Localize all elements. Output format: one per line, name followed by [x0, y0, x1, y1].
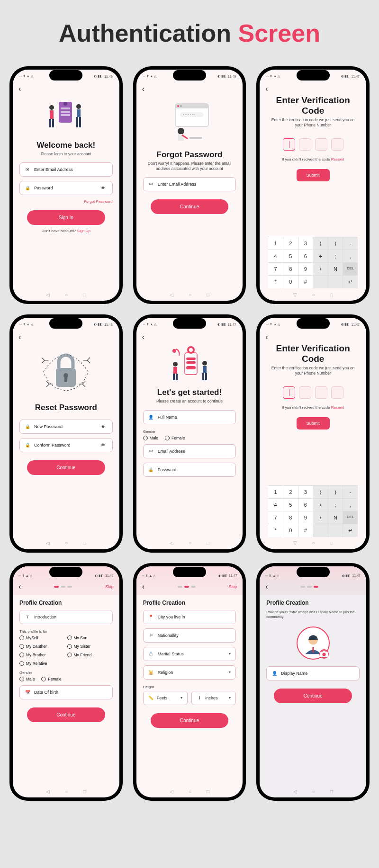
radio-female[interactable]: Female [165, 436, 185, 440]
skip-link[interactable]: Skip [105, 584, 114, 589]
key-semi[interactable]: ; [328, 499, 343, 511]
continue-button[interactable]: Continue [151, 713, 229, 728]
key-0[interactable]: 0 [283, 276, 298, 288]
key-dash[interactable]: - [343, 237, 358, 250]
otp-2[interactable] [299, 138, 311, 151]
email-field[interactable]: ✉Enter Email Address [19, 162, 113, 177]
back-icon[interactable]: ‹ [18, 582, 21, 591]
key-slash[interactable]: / [313, 511, 328, 524]
key-del[interactable]: DEL [343, 511, 358, 524]
key-1[interactable]: 1 [268, 237, 283, 250]
city-field[interactable]: 📍City you live in [143, 610, 236, 624]
eye-icon[interactable]: 👁 [101, 424, 108, 429]
otp-3[interactable] [315, 138, 327, 151]
key-star[interactable]: * [268, 524, 283, 537]
eye-icon[interactable]: 👁 [101, 186, 108, 190]
continue-button[interactable]: Continue [151, 199, 229, 214]
email-field[interactable]: ✉Email Address [143, 444, 236, 458]
key-star[interactable]: * [268, 276, 283, 288]
key-plus[interactable]: + [313, 250, 328, 262]
key-7[interactable]: 7 [268, 263, 283, 275]
key-5[interactable]: 5 [283, 250, 298, 262]
feet-select[interactable]: 📏Feets▾ [143, 691, 188, 705]
key-hash[interactable]: # [298, 276, 314, 288]
radio-friend[interactable]: My Friend [67, 653, 108, 657]
radio-sister[interactable]: My Sister [67, 644, 108, 649]
radio-myself[interactable]: MySelf [19, 635, 61, 640]
key-7[interactable]: 7 [268, 511, 283, 524]
key-9[interactable]: 9 [298, 263, 314, 275]
continue-button[interactable]: Continue [27, 707, 105, 722]
new-password-field[interactable]: 🔒New Password👁 [19, 420, 113, 434]
marital-select[interactable]: 💍Marital Status▾ [143, 647, 236, 661]
otp-1[interactable] [283, 386, 295, 399]
religion-select[interactable]: 🕌Religion▾ [143, 665, 236, 680]
password-field[interactable]: 🔒Password [143, 463, 236, 477]
back-icon[interactable]: ‹ [265, 85, 268, 93]
otp-1[interactable] [283, 138, 295, 151]
key-6[interactable]: 6 [298, 250, 314, 262]
inches-select[interactable]: ⅠInches▾ [191, 691, 236, 705]
key-3[interactable]: 3 [298, 486, 314, 498]
eye-icon[interactable]: 👁 [101, 443, 108, 447]
key-8[interactable]: 8 [283, 511, 298, 524]
key-3[interactable]: 3 [298, 237, 314, 250]
radio-male[interactable]: Male [143, 436, 158, 440]
back-icon[interactable]: ‹ [18, 333, 21, 341]
key-2[interactable]: 2 [283, 486, 298, 498]
key-enter[interactable]: ↵ [343, 276, 358, 288]
key-6[interactable]: 6 [298, 499, 314, 511]
continue-button[interactable]: Continue [27, 460, 105, 475]
key-plus[interactable]: + [313, 499, 328, 511]
key-lp[interactable]: ( [313, 237, 328, 250]
resend-link[interactable]: Resend [331, 157, 344, 161]
confirm-password-field[interactable]: 🔒Conform Password👁 [19, 438, 113, 452]
back-icon[interactable]: ‹ [142, 85, 144, 93]
back-icon[interactable]: ‹ [265, 333, 268, 341]
otp-4[interactable] [331, 386, 343, 399]
back-icon[interactable]: ‹ [142, 582, 144, 591]
radio-male[interactable]: Male [19, 677, 35, 681]
radio-brother[interactable]: My Brother [19, 653, 61, 657]
submit-button[interactable]: Submit [297, 169, 330, 181]
key-dash[interactable]: - [343, 486, 358, 498]
key-8[interactable]: 8 [283, 263, 298, 275]
back-icon[interactable]: ‹ [18, 85, 21, 93]
key-hash[interactable]: # [298, 524, 314, 537]
radio-relative[interactable]: My Relative [19, 661, 61, 666]
key-lp[interactable]: ( [313, 486, 328, 498]
fullname-field[interactable]: 👤Full Name [143, 410, 236, 424]
key-enter[interactable]: ↵ [343, 524, 358, 537]
key-del[interactable]: DEL [343, 263, 358, 275]
nationality-field[interactable]: ⚐Nationallity [143, 628, 236, 643]
otp-2[interactable] [299, 386, 311, 399]
back-icon[interactable]: ‹ [265, 582, 268, 591]
key-semi[interactable]: ; [328, 250, 343, 262]
back-icon[interactable]: ‹ [142, 333, 144, 341]
signup-link[interactable]: Sign Up [77, 229, 90, 233]
key-9[interactable]: 9 [298, 511, 314, 524]
key-slash[interactable]: / [313, 263, 328, 275]
submit-button[interactable]: Submit [297, 417, 330, 430]
radio-daughter[interactable]: My Dauther [19, 644, 61, 649]
key-comma[interactable]: , [343, 250, 358, 262]
key-rp[interactable]: ) [328, 486, 343, 498]
dob-field[interactable]: 📅Date Of birth [19, 685, 113, 699]
otp-4[interactable] [331, 138, 343, 151]
key-4[interactable]: 4 [268, 499, 283, 511]
key-comma[interactable]: , [343, 499, 358, 511]
key-1[interactable]: 1 [268, 486, 283, 498]
camera-icon[interactable] [319, 649, 329, 659]
password-field[interactable]: 🔒Password👁 [19, 181, 113, 195]
forgot-password-link[interactable]: Forgot Password [19, 199, 113, 204]
radio-female[interactable]: Female [41, 677, 61, 681]
skip-link[interactable]: Skip [229, 584, 237, 589]
avatar-upload[interactable] [297, 626, 330, 660]
signin-button[interactable]: Sign In [27, 210, 105, 225]
key-sp1[interactable] [313, 276, 328, 288]
key-n[interactable]: N [328, 511, 343, 524]
introduction-field[interactable]: TIntroduction [19, 610, 113, 624]
otp-3[interactable] [315, 386, 327, 399]
key-sp2[interactable] [328, 276, 343, 288]
key-5[interactable]: 5 [283, 499, 298, 511]
